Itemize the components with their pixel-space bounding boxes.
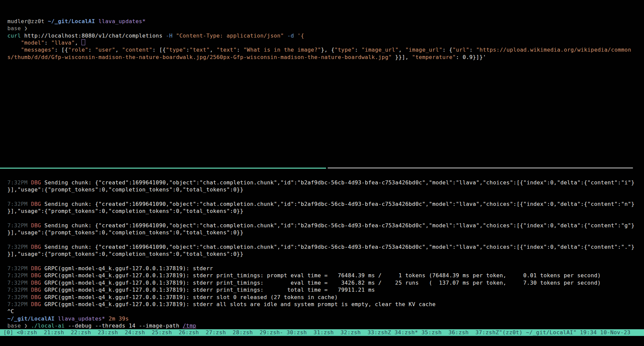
text-segment: 2m 39s — [109, 315, 129, 322]
text-segment: '{ — [298, 33, 304, 39]
blank-line — [7, 236, 635, 243]
log-slot-released-line: 7:32PM DBG GRPC(ggml-model-q4_k.gguf-127… — [7, 294, 635, 301]
text-segment: GRPC(ggml-model-q4_k.gguf-127.0.0.1:3781… — [41, 265, 213, 272]
text-segment: }],"usage":{"prompt_tokens":0,"completio… — [7, 186, 244, 193]
text-segment — [28, 323, 31, 329]
text-segment: DBG — [31, 287, 41, 293]
text-segment: "user" — [95, 47, 115, 53]
text-segment: DBG — [31, 244, 41, 250]
text-segment: -d — [287, 33, 294, 39]
prompt-user-line-2: ~/_git/LocalAI llava_updates* 2m 39s — [7, 315, 635, 322]
text-segment: , — [210, 47, 216, 53]
text-segment: , — [115, 47, 122, 53]
log-chunk-wrap-line: }],"usage":{"prompt_tokens":0,"completio… — [7, 186, 635, 193]
text-segment: Sending chunk: {"created":1699641090,"ob… — [41, 222, 635, 229]
log-pane: 7:32PM DBG Sending chunk: {"created":169… — [7, 179, 635, 329]
text-segment: 7:32PM — [7, 280, 28, 286]
blank-line — [7, 193, 635, 200]
text-segment: /tmp — [183, 323, 196, 329]
text-segment: : — [45, 40, 51, 46]
json-body-model-line: "model": "llava", — [7, 39, 631, 46]
text-segment: ./local-ai — [31, 323, 65, 329]
text-segment: "Content-Type: application/json" — [176, 33, 284, 39]
text-segment: "temperature" — [412, 54, 456, 60]
text-segment — [7, 47, 21, 53]
log-slots-idle-line: 7:32PM DBG GRPC(ggml-model-q4_k.gguf-127… — [7, 301, 635, 308]
tmux-window-list[interactable]: [0] <0:zsh 21:zsh 22:zsh 23:zsh 24:zsh 2… — [3, 329, 499, 336]
text-segment: : { — [442, 47, 452, 53]
text-segment: 7:32PM — [7, 294, 28, 300]
tmux-pane-separator[interactable] — [0, 168, 644, 169]
tmux-status-bar: [0] <0:zsh 21:zsh 22:zsh 23:zsh 24:zsh 2… — [0, 329, 644, 336]
interrupt-line: ^C — [7, 308, 635, 315]
text-segment: : — [88, 47, 95, 53]
text-segment: "model" — [21, 40, 44, 46]
blank-line — [7, 215, 635, 222]
text-segment: }],"usage":{"prompt_tokens":0,"completio… — [7, 251, 244, 257]
text-segment: ~/_git/LocalAI — [7, 315, 55, 322]
text-segment: 7:32PM — [7, 179, 28, 186]
prompt-symbol-line: base ❯ — [7, 25, 631, 32]
text-segment: Sending chunk: {"created":1699641090,"ob… — [41, 201, 635, 207]
log-chunk-wrap-line: }],"usage":{"prompt_tokens":0,"completio… — [7, 250, 635, 257]
terminal-window[interactable]: mudler@zz0t ~/_git/LocalAI llava_updates… — [0, 0, 644, 346]
text-segment: Sending chunk: {"created":1699641090,"ob… — [41, 244, 635, 250]
text-segment: base — [7, 323, 24, 329]
text-segment: : — [186, 47, 190, 53]
log-timing-prompt-eval-line: 7:32PM DBG GRPC(ggml-model-q4_k.gguf-127… — [7, 272, 635, 279]
text-segment: : — [237, 47, 244, 53]
text-segment — [105, 315, 109, 322]
text-segment: "text" — [216, 47, 236, 53]
log-chunk-line: 7:32PM DBG Sending chunk: {"created":169… — [7, 179, 635, 186]
text-segment: llava_updates* — [58, 315, 105, 322]
text-segment: s/thumb/d/dd/Gfp-wisconsin-madison-the-n… — [7, 54, 392, 60]
log-chunk-wrap-line: }],"usage":{"prompt_tokens":0,"completio… — [7, 208, 635, 215]
text-segment: 7:32PM — [7, 265, 28, 272]
text-segment: "type" — [334, 47, 355, 53]
text-segment: "role" — [68, 47, 88, 53]
text-segment — [294, 33, 298, 39]
text-segment: DBG — [31, 294, 41, 300]
shell-pane-top: mudler@zz0t ~/_git/LocalAI llava_updates… — [7, 18, 631, 61]
log-timing-eval-line: 7:32PM DBG GRPC(ggml-model-q4_k.gguf-127… — [7, 279, 635, 286]
log-chunk-wrap-line: }],"usage":{"prompt_tokens":0,"completio… — [7, 229, 635, 236]
text-segment: "type" — [166, 47, 186, 53]
text-segment: ❯ — [24, 323, 28, 329]
text-segment: DBG — [31, 265, 41, 272]
text-segment: : — [456, 54, 463, 60]
text-segment: "llava" — [51, 40, 75, 46]
text-segment: http://localhost:8080/v1/chat/completion… — [21, 33, 166, 39]
text-segment: DBG — [31, 179, 41, 186]
text-segment: "messages" — [21, 47, 55, 53]
text-segment: 7:32PM — [7, 301, 28, 307]
text-segment: 7:32PM — [7, 201, 28, 207]
text-segment: "https://upload.wikimedia.org/wikipedia/… — [476, 47, 631, 53]
text-segment: "image_url" — [362, 47, 399, 53]
text-segment: --debug --threads 14 --image-path — [65, 323, 183, 329]
text-segment — [55, 315, 58, 322]
text-segment: GRPC(ggml-model-q4_k.gguf-127.0.0.1:3781… — [41, 287, 375, 293]
text-segment: ~/_git/LocalAI — [48, 18, 95, 24]
text-segment: GRPC(ggml-model-q4_k.gguf-127.0.0.1:3781… — [41, 272, 601, 279]
text-segment: DBG — [31, 272, 41, 279]
log-chunk-line: 7:32PM DBG Sending chunk: {"created":169… — [7, 243, 635, 250]
text-segment: : [{ — [152, 47, 166, 53]
text-segment — [28, 222, 31, 229]
text-segment: llava_updates* — [98, 18, 146, 24]
text-segment: GRPC(ggml-model-q4_k.gguf-127.0.0.1:3781… — [41, 280, 601, 286]
text-segment: ❯ — [24, 25, 28, 32]
text-segment — [28, 201, 31, 207]
text-segment — [95, 18, 98, 24]
text-segment: base — [7, 25, 24, 32]
text-segment: mudler@zz0t — [7, 18, 48, 24]
text-segment: "content" — [122, 47, 152, 53]
json-body-messages-line: "messages": [{"role": "user", "content":… — [7, 46, 631, 53]
json-body-url-wrap-line: s/thumb/d/dd/Gfp-wisconsin-madison-the-n… — [7, 54, 631, 61]
pane-separator-active-segment — [0, 168, 326, 169]
text-segment — [28, 280, 31, 286]
log-grpc-stderr-line: 7:32PM DBG GRPC(ggml-model-q4_k.gguf-127… — [7, 265, 635, 272]
pane-separator-inactive-segment — [328, 168, 633, 168]
text-segment: "url" — [452, 47, 469, 53]
text-segment: }],"usage":{"prompt_tokens":0,"completio… — [7, 229, 244, 236]
blank-line — [7, 258, 635, 265]
